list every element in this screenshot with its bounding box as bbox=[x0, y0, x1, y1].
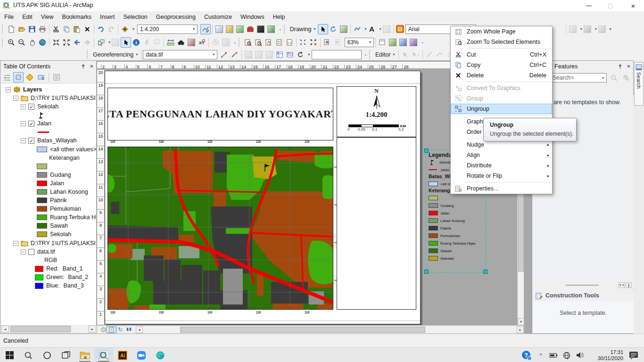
menu-insert[interactable]: Insert bbox=[96, 12, 119, 22]
rotate-element-tool[interactable] bbox=[328, 24, 339, 34]
cut-button[interactable] bbox=[51, 24, 61, 34]
link-table-button[interactable] bbox=[285, 49, 295, 60]
scroll-down-icon[interactable]: ▼ bbox=[518, 318, 524, 325]
rotation-angle-input[interactable] bbox=[312, 50, 362, 59]
menu-distribute[interactable]: Distribute▸ bbox=[451, 160, 552, 171]
toc-keterangan-item[interactable]: Ruang Terbuka Hijau bbox=[37, 213, 96, 222]
menu-zoom-whole-page[interactable]: Zoom Whole Page bbox=[451, 26, 552, 37]
toc-keterangan-item[interactable]: Jalan bbox=[37, 179, 96, 188]
menu-geoprocessing[interactable]: Geoprocessing bbox=[152, 12, 200, 22]
rotate-dropdown[interactable]: ▾ bbox=[308, 52, 310, 57]
layout-back-extent[interactable] bbox=[322, 37, 332, 48]
toc-layers-node[interactable]: − Layers bbox=[6, 85, 96, 94]
delete-button[interactable] bbox=[82, 24, 92, 34]
selection-handle[interactable] bbox=[424, 270, 429, 274]
arcmap-taskbar-button[interactable] bbox=[94, 348, 113, 362]
features-search-input[interactable]: <Search>▾ bbox=[546, 73, 607, 82]
fill-color-button[interactable] bbox=[568, 24, 578, 34]
table-of-contents-button[interactable] bbox=[214, 24, 224, 34]
html-popup-tool[interactable] bbox=[152, 37, 162, 48]
toc-all-other-values[interactable]: <all other values> bbox=[37, 145, 96, 154]
font-button[interactable]: O bbox=[395, 24, 405, 34]
menu-view[interactable]: View bbox=[37, 12, 58, 22]
zoom-to-link-tool[interactable] bbox=[254, 49, 264, 60]
toc-keterangan-item[interactable]: Lahan Kosong bbox=[37, 188, 96, 196]
list-by-source-button[interactable] bbox=[13, 72, 24, 82]
tools-overflow[interactable]: ⌄ bbox=[233, 40, 237, 44]
expander-icon[interactable]: − bbox=[21, 104, 26, 109]
editor-menu-button[interactable]: Editor▾ bbox=[373, 49, 397, 60]
menu-group[interactable]: Group bbox=[451, 93, 552, 104]
toc-raster-node[interactable]: − data.tif bbox=[21, 247, 96, 256]
collapse-icon[interactable]: ▼▼ bbox=[619, 282, 625, 288]
layout-view-button[interactable] bbox=[106, 326, 116, 333]
scroll-right-icon[interactable]: ► bbox=[89, 325, 96, 333]
new-text-tool[interactable]: A bbox=[367, 24, 377, 34]
toc-keterangan-item[interactable]: Sawah bbox=[37, 222, 96, 230]
layout-zoom-in-tool[interactable] bbox=[243, 37, 253, 48]
select-link-tool[interactable] bbox=[243, 49, 254, 60]
edit-vertices-tool[interactable] bbox=[381, 24, 392, 34]
toc-options-button[interactable] bbox=[51, 72, 62, 82]
toc-keterangan-item[interactable]: Pabrik bbox=[37, 196, 96, 205]
auto-registration-tool[interactable] bbox=[230, 49, 240, 60]
arctoolbox-button[interactable] bbox=[245, 24, 256, 34]
measure-tool[interactable] bbox=[165, 37, 176, 48]
toc-keterangan-item[interactable]: Gudang bbox=[37, 171, 96, 179]
drawing-toolbar-grip[interactable] bbox=[284, 25, 286, 33]
pan-tool[interactable] bbox=[27, 37, 37, 48]
toc-close-icon[interactable]: × bbox=[90, 63, 93, 70]
menu-convert-to-graphics[interactable]: Convert To Graphics bbox=[451, 83, 552, 93]
taskbar-search-button[interactable] bbox=[19, 348, 38, 362]
speaker-icon[interactable] bbox=[573, 348, 586, 362]
edit-tool[interactable] bbox=[400, 49, 411, 60]
zoom-out-tool[interactable] bbox=[17, 37, 27, 48]
clock[interactable]: 17:31 30/11/2020 bbox=[586, 349, 623, 362]
add-data-dropdown[interactable]: ▾ bbox=[132, 27, 134, 31]
menu-edit[interactable]: Edit bbox=[18, 12, 37, 22]
select-features-tool[interactable] bbox=[96, 37, 106, 48]
rotate-raster-tool[interactable] bbox=[295, 49, 305, 60]
print-button[interactable] bbox=[37, 24, 48, 34]
toolbar-overflow[interactable]: ⌄ bbox=[279, 27, 282, 31]
scroll-left-icon[interactable]: ◄ bbox=[136, 326, 143, 333]
georeferencing-menu-button[interactable]: Georeferencing▾ bbox=[91, 49, 140, 60]
back-extent-button[interactable] bbox=[72, 37, 82, 48]
menu-properties[interactable]: Properties... bbox=[451, 183, 552, 194]
expand-panel-icon[interactable]: ❙ bbox=[626, 282, 632, 288]
georef-overflow[interactable]: ⌄ bbox=[364, 52, 367, 57]
change-layout-button[interactable] bbox=[398, 37, 408, 48]
layout-zoom-combo[interactable]: 63%▾ bbox=[345, 38, 374, 47]
menu-selection[interactable]: Selection bbox=[119, 12, 151, 22]
selection-handle[interactable] bbox=[424, 148, 429, 153]
map-scale-combo[interactable]: 1:4.200▾ bbox=[137, 25, 198, 34]
arcgis-help-tray-icon[interactable]: ? bbox=[519, 348, 535, 362]
refresh-view-icon[interactable]: ↻ bbox=[118, 326, 123, 333]
toggle-draft-mode-button[interactable] bbox=[377, 37, 388, 48]
tools-grip[interactable] bbox=[2, 38, 4, 47]
expander-icon[interactable]: − bbox=[21, 121, 26, 126]
toc-group1-node[interactable]: − D:\TRY 1\UTS APLIAKSI SI bbox=[13, 94, 96, 102]
viewer-window-button[interactable] bbox=[221, 37, 231, 48]
expander-icon[interactable]: − bbox=[13, 241, 18, 246]
toc-layer-sekolah[interactable]: − ✓ Sekolah bbox=[21, 102, 96, 111]
toc-keterangan-item[interactable] bbox=[37, 162, 96, 171]
clear-search-icon[interactable] bbox=[621, 73, 631, 83]
checkbox-unchecked[interactable] bbox=[28, 249, 34, 255]
pin-icon[interactable] bbox=[618, 64, 623, 69]
checkbox-checked[interactable]: ✓ bbox=[28, 104, 34, 110]
minimize-button[interactable]: — bbox=[581, 0, 597, 11]
layout-pan-tool[interactable] bbox=[264, 37, 274, 48]
endpoint-arc-tool[interactable] bbox=[435, 49, 445, 60]
layout-fixed-zoom-out[interactable] bbox=[308, 37, 319, 48]
editor-sketch-tool[interactable] bbox=[200, 24, 211, 34]
layout-zoom-out-tool[interactable] bbox=[253, 37, 264, 48]
edge-button[interactable] bbox=[151, 348, 170, 362]
fixed-zoom-in-button[interactable] bbox=[51, 37, 61, 48]
list-by-drawing-order-button[interactable] bbox=[2, 72, 12, 82]
canvas-hscrollbar[interactable]: ↻ ▮▮ ◄ ► bbox=[97, 325, 524, 334]
toc-keterangan-item[interactable]: Pemukiman bbox=[37, 205, 96, 213]
toc-layer-batas[interactable]: − ✓ Batas_Wilayah bbox=[21, 136, 96, 145]
zoom-app-button[interactable] bbox=[132, 348, 151, 362]
menu-align[interactable]: Align▸ bbox=[451, 150, 552, 160]
